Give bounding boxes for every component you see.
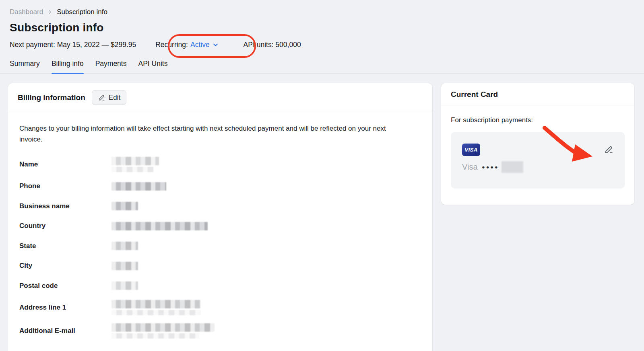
edit-billing-button[interactable]: Edit [92,90,126,105]
billing-field-label: Name [19,160,111,168]
billing-field-label: Address line 1 [19,304,111,312]
tabs-bar: Summary Billing info Payments API Units [0,60,644,74]
billing-field-value-redacted [111,157,421,172]
edit-card-button[interactable] [604,144,614,156]
card-number-redacted [502,161,523,173]
tab-api-units[interactable]: API Units [138,60,167,73]
billing-field-value-redacted [111,222,421,230]
content-area: Billing information Edit Changes to your… [8,83,636,351]
billing-field-row: Phone [19,181,421,192]
page-title: Subscription info [10,21,634,34]
billing-field-value-redacted [111,300,421,315]
billing-description: Changes to your billing information will… [19,123,388,145]
pencil-icon [604,144,614,154]
next-payment-text: Next payment: May 15, 2022 — $299.95 [10,41,136,49]
breadcrumb-dashboard-link[interactable]: Dashboard [10,8,43,16]
billing-field-row: State [19,240,421,252]
subscription-meta-row: Next payment: May 15, 2022 — $299.95 Rec… [10,41,634,49]
billing-field-row: Additional E-mail [19,323,421,339]
billing-field-label: Additional E-mail [19,327,111,335]
recurring-dropdown[interactable]: Recurring: Active [155,41,218,49]
chevron-right-icon [47,9,53,15]
billing-card-body: Changes to your billing information will… [8,112,432,351]
card-brand-name: Visa [462,162,478,172]
billing-field-label: City [19,262,111,270]
billing-field-label: Business name [19,202,111,210]
billing-field-label: Country [19,222,111,230]
billing-fields: Name Phone Business name Country State [19,157,421,339]
billing-field-value-redacted [111,202,421,210]
billing-field-row: Address line 1 [19,300,421,315]
api-units-text: API units: 500,000 [244,41,301,49]
billing-card-header: Billing information Edit [8,83,432,112]
breadcrumb: Dashboard Subscription info [10,8,634,16]
breadcrumb-current: Subscription info [57,8,107,16]
page-header: Dashboard Subscription info Subscription… [0,0,644,49]
card-number-row: Visa •••• [462,161,614,173]
billing-field-row: City [19,260,421,272]
current-card-title: Current Card [451,90,498,99]
billing-field-label: Phone [19,182,111,190]
pencil-icon [98,94,105,101]
billing-field-label: State [19,242,111,250]
current-card-subtitle: For subscription payments: [451,116,625,124]
billing-information-card: Billing information Edit Changes to your… [8,83,432,351]
billing-field-row: Country [19,220,421,232]
billing-field-value-redacted [111,323,421,339]
billing-field-value-redacted [111,281,421,290]
current-card-card: Current Card For subscription payments: … [441,83,634,205]
tab-payments[interactable]: Payments [95,60,127,73]
tab-summary[interactable]: Summary [10,60,40,73]
billing-field-row: Name [19,157,421,172]
payment-card-panel: VISA Visa •••• [451,132,625,189]
billing-field-label: Postal code [19,282,111,290]
billing-card-title: Billing information [18,93,85,102]
billing-field-value-redacted [111,242,421,250]
recurring-status-value: Active [190,41,210,49]
current-card-body: For subscription payments: VISA Visa •••… [441,106,634,201]
card-masked-dots: •••• [482,163,500,172]
billing-field-value-redacted [111,262,421,270]
visa-logo: VISA [462,144,480,156]
current-card-header: Current Card [441,83,634,106]
edit-button-label: Edit [109,94,120,102]
billing-field-value-redacted [111,182,421,191]
billing-field-row: Business name [19,200,421,212]
billing-field-row: Postal code [19,280,421,291]
recurring-label: Recurring: [155,41,188,49]
chevron-down-icon [213,42,219,48]
tab-billing-info[interactable]: Billing info [52,60,84,73]
